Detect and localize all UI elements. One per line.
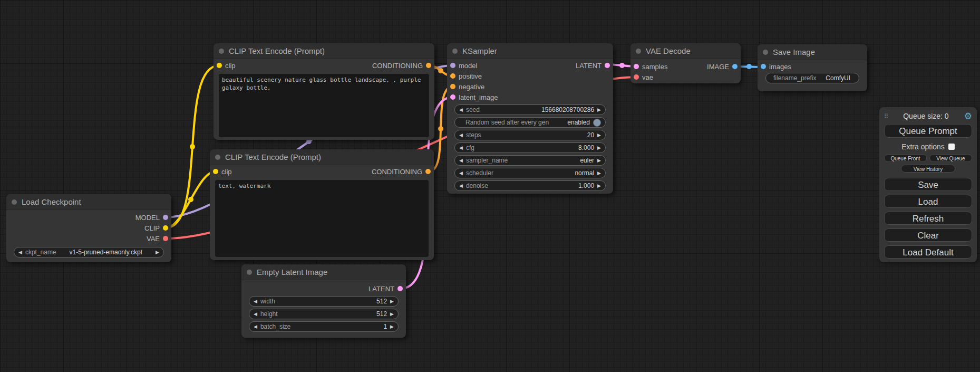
node-titlebar[interactable]: KSampler xyxy=(447,43,613,59)
refresh-button[interactable]: Refresh xyxy=(884,212,972,225)
load-default-button[interactable]: Load Default xyxy=(884,245,972,259)
widget-label: filename_prefix xyxy=(773,74,816,82)
input-dot-negative[interactable] xyxy=(450,84,455,89)
queue-prompt-button[interactable]: Queue Prompt xyxy=(884,124,972,138)
widget-label: denoise xyxy=(466,182,488,189)
output-dot-vae[interactable] xyxy=(163,236,168,241)
output-dot-model[interactable] xyxy=(163,215,168,220)
node-titlebar[interactable]: Empty Latent Image xyxy=(241,264,406,280)
decrement-arrow-icon[interactable]: ◀ xyxy=(18,250,22,255)
input-dot-clip[interactable] xyxy=(217,63,222,68)
input-label-positive: positive xyxy=(459,72,482,80)
collapse-dot[interactable] xyxy=(219,49,224,54)
drag-handle-icon[interactable]: ⠿ xyxy=(884,113,888,120)
decrement-arrow-icon[interactable]: ◀ xyxy=(254,325,257,329)
node-graph-canvas[interactable]: Load Checkpoint MODEL CLIP VAE xyxy=(0,0,980,372)
widget-ckpt-name[interactable]: ◀ ckpt_name v1-5-pruned-emaonly.ckpt ▶ xyxy=(14,247,164,257)
input-dot-model[interactable] xyxy=(450,63,455,68)
prompt-textarea[interactable]: text, watermark xyxy=(215,180,429,257)
node-titlebar[interactable]: VAE Decode xyxy=(630,43,741,59)
widget-denoise[interactable]: ◀ denoise 1.000 ▶ xyxy=(454,180,606,191)
save-button[interactable]: Save xyxy=(884,178,972,191)
node-ksampler[interactable]: KSampler model LATENT positive xyxy=(447,43,613,194)
queue-front-button[interactable]: Queue Front xyxy=(884,154,927,162)
increment-arrow-icon[interactable]: ▶ xyxy=(390,299,394,304)
collapse-dot[interactable] xyxy=(215,155,220,160)
node-titlebar[interactable]: Load Checkpoint xyxy=(6,194,171,210)
increment-arrow-icon[interactable]: ▶ xyxy=(597,158,601,163)
extra-options-checkbox[interactable] xyxy=(948,144,955,150)
input-dot-images[interactable] xyxy=(761,64,766,69)
toggle-knob[interactable] xyxy=(593,119,601,127)
output-dot-conditioning[interactable] xyxy=(425,169,431,174)
view-queue-button[interactable]: View Queue xyxy=(929,154,972,162)
decrement-arrow-icon[interactable]: ◀ xyxy=(459,108,463,112)
increment-arrow-icon[interactable]: ▶ xyxy=(597,133,601,138)
widget-height[interactable]: ◀ height 512 ▶ xyxy=(249,309,399,319)
widget-label: scheduler xyxy=(466,169,493,177)
widget-random-seed-toggle[interactable]: Random seed after every gen enabled xyxy=(454,117,606,128)
output-dot-latent[interactable] xyxy=(397,286,403,291)
widget-seed[interactable]: ◀ seed 156680208700286 ▶ xyxy=(454,104,606,115)
input-dot-positive[interactable] xyxy=(450,73,455,79)
input-dot-latent-image[interactable] xyxy=(450,94,455,100)
wire-midpoint-dot xyxy=(188,197,193,202)
node-clip-text-encode-negative[interactable]: CLIP Text Encode (Prompt) clip CONDITION… xyxy=(210,149,434,260)
output-dot-conditioning[interactable] xyxy=(426,63,431,68)
decrement-arrow-icon[interactable]: ◀ xyxy=(459,158,463,163)
output-dot-clip[interactable] xyxy=(163,225,168,231)
widget-value: normal xyxy=(575,169,594,177)
node-vae-decode[interactable]: VAE Decode samples IMAGE vae xyxy=(630,43,741,83)
decrement-arrow-icon[interactable]: ◀ xyxy=(459,184,463,188)
decrement-arrow-icon[interactable]: ◀ xyxy=(459,146,463,150)
input-dot-clip[interactable] xyxy=(213,169,218,174)
prompt-textarea[interactable]: beautiful scenery nature glass bottle la… xyxy=(219,74,429,137)
decrement-arrow-icon[interactable]: ◀ xyxy=(459,171,463,176)
load-button[interactable]: Load xyxy=(884,195,972,208)
widget-steps[interactable]: ◀ steps 20 ▶ xyxy=(454,130,606,140)
view-history-button[interactable]: View History xyxy=(901,165,956,173)
increment-arrow-icon[interactable]: ▶ xyxy=(597,146,601,150)
output-dot-latent[interactable] xyxy=(605,63,610,68)
node-titlebar[interactable]: CLIP Text Encode (Prompt) xyxy=(214,43,434,59)
collapse-dot[interactable] xyxy=(763,50,768,55)
decrement-arrow-icon[interactable]: ◀ xyxy=(459,133,463,138)
input-dot-vae[interactable] xyxy=(634,74,639,80)
collapse-dot[interactable] xyxy=(452,49,458,54)
queue-actions-row: Queue Front View Queue xyxy=(884,154,972,162)
slot-row: vae xyxy=(630,72,741,82)
widget-cfg[interactable]: ◀ cfg 8.000 ▶ xyxy=(454,142,606,153)
collapse-dot[interactable] xyxy=(247,270,252,275)
slot-row: images xyxy=(758,61,867,72)
widget-filename-prefix[interactable]: filename_prefix ComfyUI xyxy=(765,73,859,83)
decrement-arrow-icon[interactable]: ◀ xyxy=(254,312,257,317)
increment-arrow-icon[interactable]: ▶ xyxy=(156,250,159,255)
node-save-image[interactable]: Save Image images filename_prefix ComfyU… xyxy=(758,44,867,91)
widget-value: 156680208700286 xyxy=(541,106,594,113)
node-titlebar[interactable]: CLIP Text Encode (Prompt) xyxy=(210,149,434,165)
node-titlebar[interactable]: Save Image xyxy=(758,44,867,60)
increment-arrow-icon[interactable]: ▶ xyxy=(597,108,601,112)
decrement-arrow-icon[interactable]: ◀ xyxy=(254,299,257,304)
collapse-dot[interactable] xyxy=(636,49,641,54)
widget-width[interactable]: ◀ width 512 ▶ xyxy=(249,296,399,307)
widget-value: 512 xyxy=(376,310,387,318)
increment-arrow-icon[interactable]: ▶ xyxy=(390,325,394,329)
input-dot-samples[interactable] xyxy=(634,64,639,69)
widget-scheduler[interactable]: ◀ scheduler normal ▶ xyxy=(454,168,606,178)
increment-arrow-icon[interactable]: ▶ xyxy=(597,171,601,176)
increment-arrow-icon[interactable]: ▶ xyxy=(597,184,601,188)
collapse-dot[interactable] xyxy=(12,199,17,205)
output-row-clip: CLIP xyxy=(6,223,171,233)
increment-arrow-icon[interactable]: ▶ xyxy=(390,312,394,317)
node-load-checkpoint[interactable]: Load Checkpoint MODEL CLIP VAE xyxy=(6,194,171,262)
output-label-image: IMAGE xyxy=(707,63,729,71)
node-clip-text-encode-positive[interactable]: CLIP Text Encode (Prompt) clip CONDITION… xyxy=(214,43,434,140)
settings-gear-icon[interactable]: ⚙ xyxy=(964,112,972,121)
widget-batch-size[interactable]: ◀ batch_size 1 ▶ xyxy=(249,321,399,332)
widget-sampler-name[interactable]: ◀ sampler_name euler ▶ xyxy=(454,155,606,166)
clear-button[interactable]: Clear xyxy=(884,228,972,242)
output-dot-image[interactable] xyxy=(732,64,738,69)
node-empty-latent-image[interactable]: Empty Latent Image LATENT ◀ width 512 ▶ … xyxy=(241,264,406,338)
slot-row: clip CONDITIONING xyxy=(210,166,434,177)
